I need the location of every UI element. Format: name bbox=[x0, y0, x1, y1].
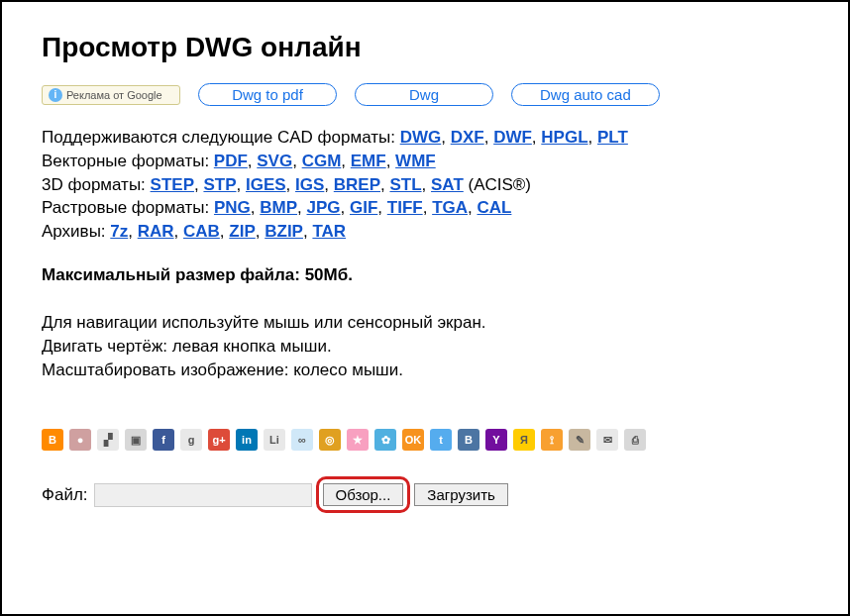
share-row: B●▞▣fgg+inLi∞◎★✿OKtBYЯ⟟✎✉⎙ bbox=[42, 429, 808, 451]
format-label: Поддерживаются следующие CAD форматы: bbox=[42, 128, 400, 147]
format-link-step[interactable]: STEP bbox=[151, 175, 194, 194]
format-link-brep[interactable]: BREP bbox=[334, 175, 380, 194]
file-label: Файл: bbox=[42, 485, 88, 505]
format-suffix: (ACIS®) bbox=[464, 175, 531, 194]
rss-icon[interactable]: ⟟ bbox=[541, 429, 563, 451]
mail-icon[interactable]: ✉ bbox=[596, 429, 618, 451]
facebook-icon[interactable]: f bbox=[153, 429, 174, 451]
ad-pill-dwg-to-pdf[interactable]: Dwg to pdf bbox=[198, 83, 337, 106]
delicious-icon[interactable]: ▞ bbox=[97, 429, 119, 451]
formats-raster-line: Растровые форматы: PNG, BMP, JPG, GIF, T… bbox=[42, 196, 808, 220]
formats-vector-line: Векторные форматы: PDF, SVG, CGM, EMF, W… bbox=[42, 150, 808, 173]
digg-icon[interactable]: ▣ bbox=[125, 429, 147, 451]
ad-badge: i Реклама от Google bbox=[42, 85, 180, 105]
format-link-bmp[interactable]: BMP bbox=[260, 198, 297, 217]
browse-button[interactable]: Обзор... bbox=[323, 483, 404, 506]
max-filesize: Максимальный размер файла: 50Мб. bbox=[42, 265, 808, 285]
format-link-cal[interactable]: CAL bbox=[477, 198, 511, 217]
gplus-icon[interactable]: g+ bbox=[208, 429, 230, 451]
vk-icon[interactable]: B bbox=[458, 429, 479, 451]
format-link-stl[interactable]: STL bbox=[389, 175, 421, 194]
format-link-svg[interactable]: SVG bbox=[257, 152, 292, 170]
upload-button[interactable]: Загрузить bbox=[414, 483, 508, 506]
format-link-dwg[interactable]: DWG bbox=[400, 128, 442, 147]
format-link-plt[interactable]: PLT bbox=[597, 128, 628, 147]
format-link-stp[interactable]: STP bbox=[203, 175, 236, 194]
odnoklassniki-icon[interactable]: OK bbox=[402, 429, 424, 451]
nav-help-line-3: Масштабировать изображение: колесо мыши. bbox=[42, 359, 808, 382]
blogger-icon[interactable]: B bbox=[42, 429, 63, 451]
format-link-pdf[interactable]: PDF bbox=[214, 152, 248, 170]
format-link-jpg[interactable]: JPG bbox=[307, 198, 341, 217]
favorite-icon[interactable]: ★ bbox=[347, 429, 369, 451]
formats-3d-line: 3D форматы: STEP, STP, IGES, IGS, BREP, … bbox=[42, 173, 808, 197]
linkedin-icon[interactable]: in bbox=[236, 429, 258, 451]
ad-pill-dwg-auto-cad[interactable]: Dwg auto cad bbox=[511, 83, 660, 106]
google-icon[interactable]: g bbox=[180, 429, 202, 451]
twitter-icon[interactable]: t bbox=[430, 429, 452, 451]
format-link-cgm[interactable]: CGM bbox=[302, 152, 342, 170]
format-label: Архивы: bbox=[42, 222, 110, 241]
print-icon[interactable]: ⎙ bbox=[624, 429, 646, 451]
file-upload-row: Файл: Обзор... Загрузить bbox=[42, 476, 808, 513]
ad-pill-dwg[interactable]: Dwg bbox=[355, 83, 493, 106]
yandex-icon[interactable]: Я bbox=[513, 429, 535, 451]
page-container: Просмотр DWG онлайн i Реклама от Google … bbox=[0, 0, 850, 616]
nav-help: Для навигации используйте мышь или сенсо… bbox=[42, 311, 808, 381]
nav-help-line-1: Для навигации используйте мышь или сенсо… bbox=[42, 311, 808, 335]
ad-row: i Реклама от Google Dwg to pdf Dwg Dwg a… bbox=[42, 83, 808, 106]
format-label: Растровые форматы: bbox=[42, 198, 214, 217]
browse-highlight: Обзор... bbox=[316, 476, 411, 513]
format-link-7z[interactable]: 7z bbox=[110, 222, 128, 241]
format-label: Векторные форматы: bbox=[42, 152, 214, 170]
formats-cad-line: Поддерживаются следующие CAD форматы: DW… bbox=[42, 126, 808, 150]
format-link-igs[interactable]: IGS bbox=[295, 175, 324, 194]
format-link-iges[interactable]: IGES bbox=[246, 175, 286, 194]
format-link-gif[interactable]: GIF bbox=[350, 198, 377, 217]
nav-help-line-2: Двигать чертёж: левая кнопка мыши. bbox=[42, 335, 808, 359]
info-icon: i bbox=[49, 88, 62, 102]
format-label: 3D форматы: bbox=[42, 175, 151, 194]
myspace-icon[interactable]: ◎ bbox=[319, 429, 341, 451]
reddit-icon[interactable]: ● bbox=[69, 429, 91, 451]
format-link-cab[interactable]: CAB bbox=[183, 222, 220, 241]
format-link-tga[interactable]: TGA bbox=[432, 198, 468, 217]
format-link-tar[interactable]: TAR bbox=[312, 222, 346, 241]
formats-block: Поддерживаются следующие CAD форматы: DW… bbox=[42, 126, 808, 244]
file-path-input[interactable] bbox=[94, 483, 312, 507]
page-title: Просмотр DWG онлайн bbox=[42, 32, 808, 63]
format-link-png[interactable]: PNG bbox=[214, 198, 251, 217]
format-link-wmf[interactable]: WMF bbox=[395, 152, 436, 170]
chain-icon[interactable]: ∞ bbox=[291, 429, 313, 451]
post-icon[interactable]: ✎ bbox=[569, 429, 590, 451]
format-link-rar[interactable]: RAR bbox=[138, 222, 174, 241]
format-link-bzip[interactable]: BZIP bbox=[265, 222, 303, 241]
format-link-zip[interactable]: ZIP bbox=[229, 222, 255, 241]
format-link-tiff[interactable]: TIFF bbox=[387, 198, 423, 217]
yahoo-icon[interactable]: Y bbox=[485, 429, 507, 451]
ad-badge-label: Реклама от Google bbox=[66, 89, 162, 101]
format-link-dwf[interactable]: DWF bbox=[493, 128, 532, 147]
livejournal-icon[interactable]: Li bbox=[264, 429, 285, 451]
format-link-sat[interactable]: SAT bbox=[431, 175, 464, 194]
format-link-dxf[interactable]: DXF bbox=[451, 128, 484, 147]
format-link-emf[interactable]: EMF bbox=[351, 152, 386, 170]
formats-archive-line: Архивы: 7z, RAR, CAB, ZIP, BZIP, TAR bbox=[42, 220, 808, 244]
share-icon[interactable]: ✿ bbox=[374, 429, 396, 451]
format-link-hpgl[interactable]: HPGL bbox=[541, 128, 587, 147]
